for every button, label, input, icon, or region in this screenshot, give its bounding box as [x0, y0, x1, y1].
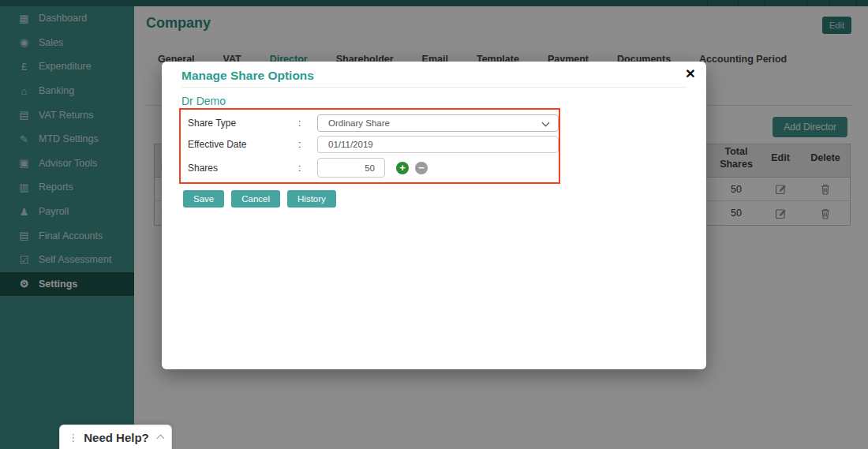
modal-buttons: Save Cancel History — [183, 190, 336, 208]
colon-separator: : — [298, 118, 317, 129]
share-type-selected-value: Ordinary Share — [328, 118, 390, 128]
cancel-button[interactable]: Cancel — [231, 190, 280, 208]
effective-date-row: Effective Date : — [181, 136, 559, 153]
chevron-up-icon — [156, 435, 164, 443]
decrement-shares-icon[interactable]: − — [415, 162, 428, 174]
increment-shares-icon[interactable]: + — [396, 162, 409, 174]
manage-share-options-modal: × Manage Share Options Dr Demo Share Typ… — [162, 62, 706, 369]
drag-handle-icon: ⋮ — [68, 432, 78, 443]
colon-separator: : — [298, 163, 317, 174]
need-help-widget[interactable]: ⋮ Need Help? — [59, 425, 172, 449]
director-name-subtitle: Dr Demo — [181, 95, 226, 107]
history-button[interactable]: History — [287, 190, 336, 208]
need-help-label: Need Help? — [84, 431, 149, 444]
modal-title-divider — [181, 87, 687, 88]
save-button[interactable]: Save — [183, 190, 224, 208]
effective-date-label: Effective Date — [188, 139, 298, 150]
shares-input[interactable] — [317, 158, 385, 178]
share-type-row: Share Type : Ordinary Share — [181, 114, 559, 132]
close-icon[interactable]: × — [686, 65, 695, 81]
share-type-label: Share Type — [188, 118, 298, 129]
modal-title: Manage Share Options — [181, 69, 314, 83]
shares-row: Shares : + − — [181, 158, 559, 178]
chevron-down-icon — [542, 118, 550, 126]
shares-label: Shares — [188, 163, 298, 174]
highlighted-fields-box: Share Type : Ordinary Share Effective Da… — [179, 108, 560, 184]
effective-date-input[interactable] — [317, 136, 559, 153]
share-type-select[interactable]: Ordinary Share — [317, 114, 559, 132]
colon-separator: : — [298, 139, 317, 150]
